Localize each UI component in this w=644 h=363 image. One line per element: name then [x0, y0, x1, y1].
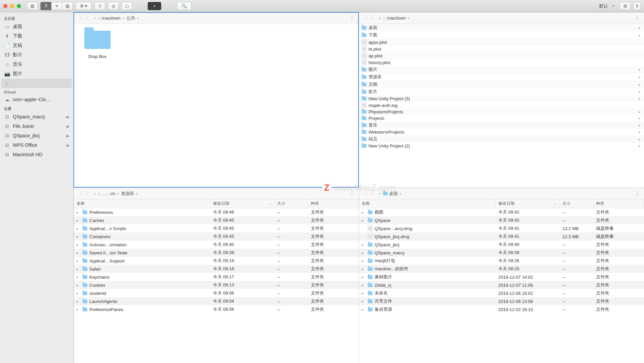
list-item[interactable]: New Unity Project (2)▸: [359, 143, 644, 149]
search-button[interactable]: 🔍: [177, 2, 192, 10]
disclosure-triangle-icon[interactable]: ▸: [362, 308, 366, 311]
sidebar-item[interactable]: ▭桌面: [0, 22, 73, 31]
terminal-button[interactable]: ▪: [148, 2, 161, 10]
table-row[interactable]: ▸LaunchAgents今天 09:04--文件夹: [74, 297, 359, 305]
table-row[interactable]: ▸Autosav…ormation今天 09:40--文件夹: [74, 241, 359, 249]
mini-list[interactable]: 桌面▸下载▸apps.plistbt.plistap.plisthistory.…: [359, 24, 644, 188]
eject-icon[interactable]: ⏏: [66, 143, 69, 147]
eject-icon[interactable]: ⏏: [66, 134, 69, 138]
zoom-button[interactable]: [17, 4, 21, 8]
table-row[interactable]: ▸QSpace_jbcj.dmg今天 09:4112.3 MB磁盘映像: [359, 232, 644, 241]
list-item[interactable]: 文稿▸: [359, 81, 644, 88]
minimize-button[interactable]: [10, 4, 14, 8]
column-view-button[interactable]: ▥: [62, 2, 73, 10]
sidebar-item[interactable]: ⊟WPS Office⏏: [0, 140, 73, 150]
table-row[interactable]: ▸Caches今天 09:45--文件夹: [74, 216, 359, 224]
sidebar-toggle-button[interactable]: ▥: [27, 2, 38, 10]
disclosure-triangle-icon[interactable]: ▸: [362, 251, 366, 255]
breadcrumb-home[interactable]: ⌂……vn: [98, 191, 115, 196]
table-row[interactable]: ▸Applicat…n Scripts今天 09:45--文件夹: [74, 224, 359, 232]
disclosure-triangle-icon[interactable]: ▸: [77, 275, 81, 279]
list-item[interactable]: history.plist: [359, 59, 644, 66]
list-item[interactable]: 影片▸: [359, 88, 644, 95]
disclosure-triangle-icon[interactable]: ▸: [77, 251, 81, 255]
table-row[interactable]: ▸Cookies今天 09:13--文件夹: [74, 281, 359, 289]
list-item[interactable]: 下载▸: [359, 31, 644, 39]
back-button[interactable]: 〈: [361, 191, 369, 197]
eject-icon[interactable]: ⏏: [66, 124, 69, 129]
disclosure-triangle-icon[interactable]: ▸: [362, 267, 366, 271]
grid-layout-button[interactable]: ⊞: [620, 2, 631, 10]
list-item[interactable]: 站点▸: [359, 135, 644, 143]
chevron-down-icon[interactable]: ▾: [613, 4, 614, 8]
table-row[interactable]: ▸Saved A…ion State今天 09:39--文件夹: [74, 249, 359, 257]
sidebar-item[interactable]: ⊟QSpace_jbcj⏏: [0, 131, 73, 140]
list-item[interactable]: maple-auth.log: [359, 102, 644, 109]
disclosure-triangle-icon[interactable]: ▸: [362, 243, 366, 247]
forward-button[interactable]: 〉: [370, 191, 377, 197]
table-row[interactable]: ▸共享文件2019-12-06 13:58--文件夹: [359, 297, 644, 305]
pane-menu-button[interactable]: ⋮: [633, 15, 642, 21]
col-name[interactable]: 名称: [74, 199, 210, 208]
col-kind[interactable]: 种类: [308, 199, 359, 208]
back-button[interactable]: 〈: [76, 191, 83, 197]
disclosure-triangle-icon[interactable]: ▸: [362, 291, 366, 295]
icon-grid[interactable]: Drop Box: [74, 24, 359, 188]
breadcrumb-folder[interactable]: 资源库: [121, 191, 134, 197]
sidebar-item[interactable]: ⊟QSpace_maccj⏏: [0, 112, 73, 121]
breadcrumb-home[interactable]: ⌂macdown: [383, 16, 406, 21]
table-row[interactable]: ▸QSpace_jbcj今天 09:40--文件夹: [359, 241, 644, 249]
table-row[interactable]: ▸PreferencePanes今天 08:56--文件夹: [74, 305, 359, 313]
table-row[interactable]: ▸Containers今天 09:45--文件夹: [74, 232, 359, 241]
table-row[interactable]: ▸QSpace_maccj今天 09:39--文件夹: [359, 249, 644, 257]
expand-button[interactable]: ⇕: [633, 2, 641, 10]
table-row[interactable]: ▸Zelda_cj2019-12-07 11:06--文件夹: [359, 281, 644, 289]
disclosure-triangle-icon[interactable]: ▸: [77, 243, 81, 247]
disclosure-triangle-icon[interactable]: ▸: [362, 275, 366, 279]
disclosure-triangle-icon[interactable]: ▸: [77, 259, 81, 263]
breadcrumb-folder[interactable]: 公共: [126, 15, 135, 21]
disclosure-triangle-icon[interactable]: ▸: [77, 227, 81, 230]
disclosure-triangle-icon[interactable]: ▸: [77, 235, 81, 239]
table-row[interactable]: ▸QSpace…accj.dmg今天 09:4113.2 MB磁盘映像: [359, 224, 644, 232]
list-item[interactable]: apps.plist: [359, 39, 644, 46]
pane-top-right[interactable]: 〈 〉 ▸ ⌂macdown ▸ ⋮ 桌面▸下载▸apps.plistbt.pl…: [359, 12, 644, 188]
disclosure-triangle-icon[interactable]: ▸: [77, 219, 81, 222]
tag-button[interactable]: ◻: [121, 2, 132, 10]
pane-bottom-left[interactable]: 〈 〉 ▸ ⌂……vn ▸ 资源库 ▸ ⋮ 名称 修改日期⌄ 大小 种类 ▸Pr…: [74, 188, 359, 363]
table-row[interactable]: ▸Safari今天 09:18--文件夹: [74, 265, 359, 273]
col-date[interactable]: 修改日期⌄: [210, 199, 274, 208]
pane-menu-button[interactable]: ⋮: [347, 190, 357, 197]
list-item[interactable]: Projects▸: [359, 115, 644, 121]
col-kind[interactable]: 种类: [593, 199, 644, 208]
table-row[interactable]: ▸studentd今天 09:06--文件夹: [74, 289, 359, 297]
sidebar-item[interactable]: 📷图片: [0, 69, 73, 79]
disclosure-triangle-icon[interactable]: ▸: [362, 211, 366, 214]
table-row[interactable]: ▸Preferences今天 09:46--文件夹: [74, 208, 359, 216]
disclosure-triangle-icon[interactable]: ▸: [77, 300, 81, 303]
list-item[interactable]: New Unity Project (3)▸: [359, 95, 644, 102]
forward-button[interactable]: 〉: [85, 191, 92, 197]
col-date[interactable]: 修改日期⌄: [496, 199, 560, 208]
disclosure-triangle-icon[interactable]: ▸: [77, 267, 81, 271]
table-row[interactable]: ▸QSpace今天 09:42--文件夹: [359, 216, 644, 224]
table-row[interactable]: ▸截图今天 09:42--文件夹: [359, 208, 644, 216]
list-item[interactable]: 图片▸: [359, 66, 644, 73]
table-row[interactable]: ▸macdow…的软件今天 09:25--文件夹: [359, 265, 644, 273]
table-row[interactable]: ▸macjb打包今天 09:26--文件夹: [359, 257, 644, 265]
icon-view-button[interactable]: ⠿: [40, 2, 51, 10]
disclosure-triangle-icon[interactable]: ▸: [362, 300, 366, 303]
folder-item[interactable]: Drop Box: [81, 31, 114, 59]
share-button[interactable]: ⇪: [94, 2, 105, 10]
sidebar-item[interactable]: ⊟File Juicer⏏: [0, 121, 73, 131]
sidebar-item[interactable]: ⬇下载: [0, 31, 73, 41]
sidebar-item[interactable]: ⌂: [1, 79, 72, 88]
pane-menu-button[interactable]: ⋮: [633, 190, 642, 197]
table-row[interactable]: ▸Keychains今天 09:17--文件夹: [74, 273, 359, 281]
disclosure-triangle-icon[interactable]: ▸: [77, 283, 81, 287]
list-item[interactable]: ap.plist: [359, 52, 644, 59]
list-item[interactable]: 音乐▸: [359, 121, 644, 129]
sidebar-item[interactable]: 🎞影片: [0, 50, 73, 60]
close-button[interactable]: [3, 4, 7, 8]
detail-list[interactable]: ▸Preferences今天 09:46--文件夹▸Caches今天 09:45…: [74, 208, 359, 363]
